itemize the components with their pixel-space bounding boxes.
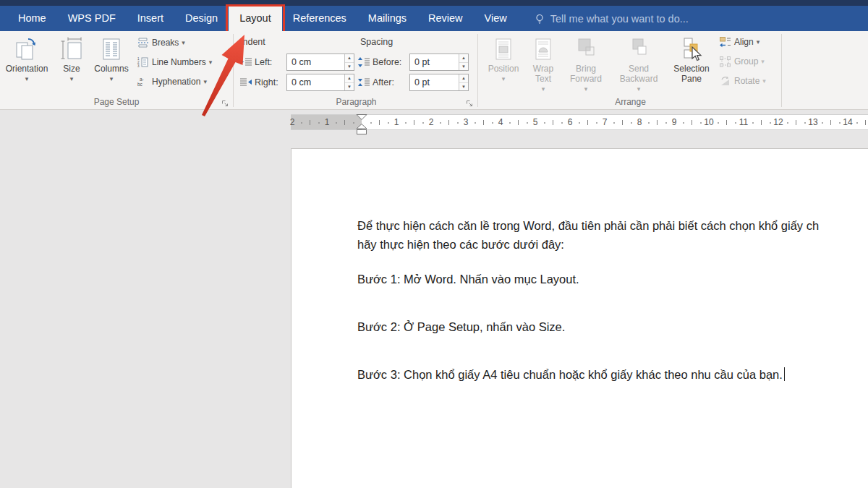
paragraph-line[interactable]: hãy thực hiện theo các bước dưới đây: <box>357 235 868 254</box>
group-dropdown-icon: ▾ <box>761 58 765 65</box>
first-line-indent-marker <box>357 115 367 120</box>
ribbon-tab-bar: Home WPS PDF Insert Design Layout Refere… <box>0 6 868 31</box>
svg-text:3: 3 <box>137 64 140 68</box>
spin-down-icon[interactable]: ▼ <box>345 83 354 91</box>
paragraph-line[interactable]: Bước 2: Ở Page Setup, nhấn vào Size. <box>357 317 868 336</box>
spin-down-icon[interactable]: ▼ <box>459 83 468 91</box>
bring-forward-button: Bring Forward ▾ <box>563 34 608 96</box>
line-numbers-icon: 123 <box>136 56 149 68</box>
position-dropdown-icon: ▾ <box>502 75 506 82</box>
indent-markers[interactable] <box>352 113 372 136</box>
spin-up-icon[interactable]: ▲ <box>459 74 468 83</box>
titlebar-edge <box>0 0 868 6</box>
spin-up-icon[interactable]: ▲ <box>345 54 354 63</box>
paragraph-line[interactable]: Bước 1: Mở Word. Nhấn vào mục Layout. <box>357 270 868 288</box>
wrap-text-icon <box>532 34 555 61</box>
paragraph-group-label: Paragraph <box>235 97 477 107</box>
svg-text:bc: bc <box>137 82 143 87</box>
tab-review[interactable]: Review <box>417 6 474 31</box>
breaks-dropdown-icon: ▾ <box>182 39 185 46</box>
send-backward-label: Send Backward <box>611 64 666 84</box>
align-icon <box>718 36 731 48</box>
orientation-label: Orientation <box>6 64 48 74</box>
size-dropdown-icon: ▾ <box>70 75 74 82</box>
bring-forward-icon <box>574 34 597 61</box>
selection-pane-icon <box>680 34 703 61</box>
tab-home[interactable]: Home <box>7 6 57 31</box>
indent-left-input[interactable]: 0 cm ▲▼ <box>286 53 354 71</box>
spin-up-icon[interactable]: ▲ <box>459 54 468 63</box>
page-setup-dialog-launcher[interactable] <box>221 98 230 106</box>
orientation-button[interactable]: Orientation ▾ <box>3 34 51 96</box>
indent-right-input[interactable]: 0 cm ▲▼ <box>286 74 354 91</box>
tab-mailings[interactable]: Mailings <box>357 6 417 31</box>
hyphenation-button[interactable]: a-bc Hyphenation ▾ <box>136 76 207 87</box>
document-page[interactable]: Để thực hiện cách căn lề trong Word, đầu… <box>291 148 868 488</box>
line-numbers-label: Line Numbers <box>152 57 206 67</box>
tab-view[interactable]: View <box>474 6 518 31</box>
size-button[interactable]: Size ▾ <box>55 34 88 96</box>
paragraph-dialog-launcher[interactable] <box>466 98 475 106</box>
align-button[interactable]: Align ▾ <box>718 36 760 48</box>
spacing-after-input[interactable]: 0 pt ▲▼ <box>409 74 469 91</box>
tab-layout[interactable]: Layout <box>229 6 282 31</box>
ruler-scale: 123456789101112131412 <box>291 115 868 129</box>
paragraph-line[interactable]: Để thực hiện cách căn lề trong Word, đầu… <box>357 216 868 235</box>
group-label: Group <box>734 56 758 67</box>
line-numbers-button[interactable]: 123 Line Numbers ▾ <box>136 56 212 68</box>
indent-left-value: 0 cm <box>292 57 311 67</box>
indent-left-spinner[interactable]: ▲▼ <box>344 54 354 70</box>
group-separator <box>781 34 782 107</box>
wrap-text-label: Wrap Text <box>525 64 561 84</box>
indent-left-icon <box>239 56 252 68</box>
selection-pane-button[interactable]: Selection Pane <box>668 34 715 96</box>
position-button: Position ▾ <box>483 34 524 96</box>
breaks-button[interactable]: Breaks ▾ <box>136 37 185 48</box>
indent-right-value: 0 cm <box>292 77 311 87</box>
indent-left-row: Left: <box>239 53 272 71</box>
document-text: Để thực hiện cách căn lề trong Word, đầu… <box>357 216 868 384</box>
spacing-after-row: After: <box>357 74 394 91</box>
spin-down-icon[interactable]: ▼ <box>345 63 354 71</box>
tab-layout-label: Layout <box>239 12 271 24</box>
text-cursor <box>784 367 785 381</box>
tab-insert[interactable]: Insert <box>127 6 174 31</box>
send-backward-icon <box>627 34 650 61</box>
send-backward-button: Send Backward ▾ <box>611 34 666 96</box>
tab-references[interactable]: References <box>282 6 357 31</box>
spacing-before-row: Before: <box>357 53 401 71</box>
svg-text:a-: a- <box>140 77 144 82</box>
selection-pane-label: Selection Pane <box>668 64 715 84</box>
ribbon: Orientation ▾ Size ▾ Columns ▾ Breaks ▾ <box>0 31 868 110</box>
spacing-before-label: Before: <box>373 57 401 67</box>
columns-button[interactable]: Columns ▾ <box>91 34 132 96</box>
spacing-after-spinner[interactable]: ▲▼ <box>459 74 468 90</box>
breaks-icon <box>136 37 149 48</box>
group-button: Group ▾ <box>718 56 765 67</box>
paragraph-line[interactable]: Bước 3: Chọn khổ giấy A4 tiêu chuẩn hoặc… <box>357 365 868 384</box>
columns-dropdown-icon: ▾ <box>110 75 114 82</box>
spin-down-icon[interactable]: ▼ <box>459 63 468 71</box>
rotate-button: Rotate ▾ <box>718 75 766 87</box>
lightbulb-icon <box>534 13 545 25</box>
wrap-text-dropdown-icon: ▾ <box>542 85 545 93</box>
orientation-icon <box>14 34 39 61</box>
indent-right-icon <box>239 77 252 88</box>
indent-right-spinner[interactable]: ▲▼ <box>344 74 354 90</box>
position-label: Position <box>488 64 519 74</box>
spacing-heading: Spacing <box>360 37 393 47</box>
spacing-after-icon <box>357 77 370 88</box>
spin-up-icon[interactable]: ▲ <box>345 74 354 83</box>
send-backward-dropdown-icon: ▾ <box>637 85 641 93</box>
tab-design[interactable]: Design <box>174 6 229 31</box>
page-setup-group-label: Page Setup <box>0 97 233 107</box>
spacing-before-input[interactable]: 0 pt ▲▼ <box>409 53 469 71</box>
spacing-before-spinner[interactable]: ▲▼ <box>459 54 468 70</box>
align-dropdown-icon: ▾ <box>757 38 760 46</box>
tab-wps-pdf[interactable]: WPS PDF <box>57 6 127 31</box>
tell-me-box[interactable]: Tell me what you want to do... <box>534 6 689 31</box>
hyphenation-dropdown-icon: ▾ <box>203 78 207 85</box>
arrange-group-label: Arrange <box>480 97 781 107</box>
columns-icon <box>99 34 124 61</box>
size-label: Size <box>63 64 80 74</box>
